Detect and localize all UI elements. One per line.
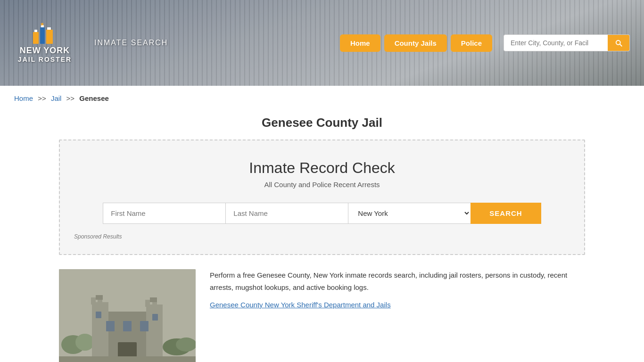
- breadcrumb-sep1: >>: [38, 94, 46, 102]
- header-search-button[interactable]: [608, 35, 629, 51]
- nav-county-jails-button[interactable]: County Jails: [384, 34, 447, 52]
- search-section-subtitle: All County and Police Recent Arrests: [74, 181, 570, 189]
- search-button[interactable]: SEARCH: [471, 203, 541, 224]
- svg-point-9: [75, 334, 94, 351]
- breadcrumb-sep2: >>: [66, 94, 75, 102]
- svg-rect-20: [150, 297, 157, 302]
- sponsored-label: Sponsored Results: [74, 233, 570, 240]
- first-name-input[interactable]: [103, 203, 225, 224]
- header-search-input[interactable]: [504, 35, 608, 50]
- inmate-search-label: INMATE SEARCH: [94, 39, 168, 47]
- breadcrumb-jail-link[interactable]: Jail: [51, 94, 62, 102]
- breadcrumb-home-link[interactable]: Home: [14, 94, 33, 102]
- inmate-search-section: Inmate Record Check All County and Polic…: [59, 140, 585, 255]
- svg-rect-25: [96, 312, 101, 318]
- svg-rect-0: [33, 32, 39, 44]
- logo-text-sub: JAIL ROSTER: [18, 56, 72, 63]
- svg-rect-18: [145, 300, 150, 307]
- svg-rect-24: [118, 342, 137, 359]
- svg-rect-5: [47, 27, 51, 30]
- svg-rect-21: [106, 321, 115, 331]
- logo-area[interactable]: NEW YORK JAIL ROSTER: [14, 23, 75, 63]
- search-form-row: New YorkAlabamaAlaskaArizonaArkansasCali…: [74, 203, 570, 224]
- svg-rect-3: [34, 30, 37, 32]
- logo-text-main: NEW YORK: [20, 46, 70, 56]
- svg-rect-27: [59, 356, 196, 362]
- nav-area: Home County Jails Police: [340, 34, 630, 52]
- content-paragraph-1: Perform a free Genesee County, New York …: [210, 269, 585, 293]
- svg-rect-13: [92, 302, 108, 359]
- svg-rect-22: [123, 321, 132, 331]
- last-name-input[interactable]: [225, 203, 348, 224]
- breadcrumb: Home >> Jail >> Genesee: [0, 86, 644, 111]
- content-section: Perform a free Genesee County, New York …: [0, 255, 644, 362]
- content-paragraph-2-label: Genesee County New York Sheriff's Depart…: [210, 299, 585, 311]
- logo-icon: [31, 23, 59, 46]
- site-header: NEW YORK JAIL ROSTER INMATE SEARCH Home …: [0, 0, 644, 86]
- search-section-title: Inmate Record Check: [74, 159, 570, 177]
- state-select[interactable]: New YorkAlabamaAlaskaArizonaArkansasCali…: [348, 203, 471, 224]
- nav-police-button[interactable]: Police: [451, 34, 492, 52]
- svg-rect-14: [91, 297, 96, 304]
- svg-rect-26: [152, 314, 158, 321]
- breadcrumb-current: Genesee: [79, 94, 109, 102]
- svg-rect-1: [40, 27, 45, 44]
- svg-point-11: [176, 337, 196, 352]
- svg-rect-2: [46, 30, 53, 44]
- nav-home-button[interactable]: Home: [340, 34, 380, 52]
- sheriff-dept-link[interactable]: Genesee County New York Sheriff's Depart…: [210, 301, 391, 309]
- svg-rect-23: [140, 321, 149, 331]
- svg-rect-17: [146, 304, 163, 359]
- page-title: Genesee County Jail: [0, 115, 644, 130]
- content-text: Perform a free Genesee County, New York …: [210, 269, 585, 317]
- header-search-bar[interactable]: [504, 34, 630, 51]
- svg-rect-16: [96, 295, 103, 300]
- jail-image: [59, 269, 196, 362]
